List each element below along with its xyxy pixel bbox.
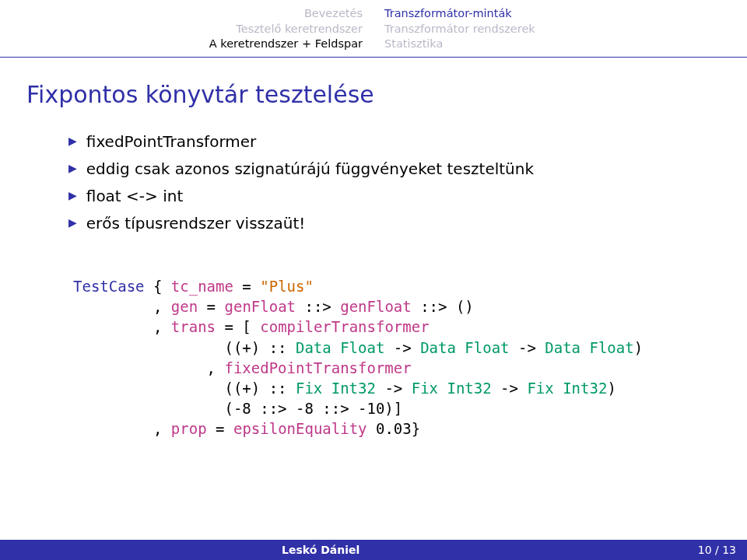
code-token: -> <box>510 339 545 356</box>
bullet-text: float <-> int <box>86 184 183 208</box>
code-token: = [ <box>216 318 260 335</box>
bullet-text: fixedPointTransformer <box>86 130 257 154</box>
bullet-item: ▶ fixedPointTransformer <box>68 130 721 154</box>
slide-body: Fixpontos könyvtár tesztelése ▶ fixedPoi… <box>0 58 747 560</box>
header-sections-right: Transzformátor-minták Transzformátor ren… <box>374 6 571 52</box>
footer-author: Leskó Dániel <box>282 544 359 556</box>
code-token: = <box>198 298 224 315</box>
bullet-item: ▶ erős típusrendszer visszaüt! <box>68 212 721 236</box>
bullet-item: ▶ float <-> int <box>68 184 721 208</box>
code-token: ((+) :: <box>73 339 296 356</box>
triangle-icon: ▶ <box>68 130 77 152</box>
code-token: ::> <box>296 298 340 315</box>
footer-page-number: 10 / 13 <box>698 544 736 556</box>
code-token: Fix Int32 <box>296 380 376 397</box>
bullet-text: eddig csak azonos szignatúrájú függvénye… <box>86 157 534 181</box>
triangle-icon: ▶ <box>68 157 77 179</box>
code-token: , <box>73 318 171 335</box>
code-token: tc_name <box>171 278 233 295</box>
slide: Bevezetés Tesztelő keretrendszer A keret… <box>0 0 747 560</box>
code-token: , <box>73 420 171 437</box>
triangle-icon: ▶ <box>68 184 77 206</box>
code-token: -> <box>376 380 412 397</box>
code-token: = <box>233 278 260 295</box>
triangle-icon: ▶ <box>68 212 77 233</box>
code-token: (-8 ::> -8 ::> -10)] <box>73 400 402 417</box>
code-token: Fix Int32 <box>412 380 492 397</box>
code-token: 0.03} <box>367 420 421 437</box>
code-token: { <box>145 278 171 295</box>
code-token: "Plus" <box>260 278 314 295</box>
header-sections-left: Bevezetés Tesztelő keretrendszer A keret… <box>176 6 374 52</box>
code-token: -> <box>492 380 528 397</box>
nav-item[interactable]: Tesztelő keretrendszer <box>176 22 363 37</box>
code-token: ::> () <box>412 298 474 315</box>
code-token: genFloat <box>340 298 412 315</box>
code-token: Fix Int32 <box>527 380 607 397</box>
code-token: = <box>207 420 233 437</box>
nav-item[interactable]: Transzformátor rendszerek <box>384 22 571 37</box>
nav-item[interactable]: Statisztika <box>384 37 571 52</box>
nav-item[interactable]: Bevezetés <box>176 6 363 22</box>
code-token: gen <box>171 298 198 315</box>
nav-item-active[interactable]: A keretrendszer + Feldspar <box>176 37 363 52</box>
code-token: , <box>73 359 224 376</box>
bullet-list: ▶ fixedPointTransformer ▶ eddig csak azo… <box>68 130 721 236</box>
code-token: prop <box>171 420 207 437</box>
nav-item-active[interactable]: Transzformátor-minták <box>384 6 571 22</box>
code-token: ) <box>634 339 643 356</box>
code-token: Data Float <box>420 339 509 356</box>
code-token: epsilonEquality <box>233 420 367 437</box>
code-token: TestCase <box>73 278 145 295</box>
code-token: trans <box>171 318 216 335</box>
code-token: fixedPointTransformer <box>224 359 411 376</box>
code-token: ((+) :: <box>73 380 296 397</box>
bullet-text: erős típusrendszer visszaüt! <box>86 212 306 236</box>
slide-header: Bevezetés Tesztelő keretrendszer A keret… <box>0 0 747 57</box>
code-token: genFloat <box>225 298 296 315</box>
slide-title: Fixpontos könyvtár tesztelése <box>26 81 721 108</box>
code-token: , <box>73 298 171 315</box>
bullet-item: ▶ eddig csak azonos szignatúrájú függvén… <box>68 157 721 181</box>
code-token: -> <box>384 339 420 356</box>
code-token: Data Float <box>545 339 633 356</box>
code-token: Data Float <box>296 339 384 356</box>
code-token: ) <box>607 380 615 397</box>
code-block: TestCase { tc_name = "Plus" , gen = genF… <box>73 256 721 460</box>
slide-footer: Leskó Dániel 10 / 13 <box>0 540 747 560</box>
code-token: compilerTransformer <box>260 318 429 335</box>
